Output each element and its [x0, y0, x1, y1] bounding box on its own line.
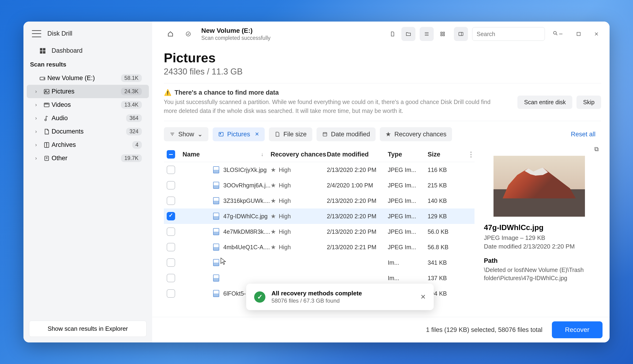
cell-type: JPEG Im...	[388, 213, 428, 220]
show-dropdown[interactable]: Show ⌄	[164, 127, 209, 141]
row-checkbox[interactable]	[167, 274, 175, 282]
filter-pictures-chip[interactable]: Pictures ✕	[213, 128, 265, 141]
filter-bar: Show ⌄ Pictures ✕ File size Date modifie…	[164, 127, 601, 141]
skip-button[interactable]: Skip	[576, 96, 601, 109]
table-row[interactable]: 4mb4UeQ1C-A....★High2/13/2020 2:21 PMJPE…	[164, 240, 475, 255]
panel-toggle-icon[interactable]	[454, 27, 468, 41]
table-row[interactable]: 3LOSICrjyXk.jpg★High2/13/2020 2:20 PMJPE…	[164, 162, 475, 178]
col-size[interactable]: Size	[428, 151, 467, 158]
search-input[interactable]	[472, 27, 545, 41]
cell-name: 47g-IDWhlCc.jpg	[183, 213, 270, 220]
cell-recovery: ★High	[270, 182, 327, 189]
tree-item-label: Other	[52, 154, 121, 162]
col-type[interactable]: Type	[388, 151, 428, 158]
chevron-right-icon: ›	[35, 88, 42, 95]
tree-archives[interactable]: › Archives 4	[27, 138, 149, 152]
home-icon[interactable]	[163, 27, 177, 41]
reset-all-link[interactable]: Reset all	[571, 131, 601, 138]
star-icon: ★	[270, 228, 276, 236]
cell-name	[183, 259, 270, 266]
toast-close-icon[interactable]: ✕	[420, 293, 426, 301]
col-date[interactable]: Date modified	[327, 151, 388, 158]
cell-date: 2/13/2020 2:20 PM	[327, 213, 388, 220]
tree-pictures[interactable]: › Pictures 24.3K	[27, 85, 149, 98]
filter-file-size[interactable]: File size	[269, 128, 312, 141]
row-checkbox[interactable]	[167, 212, 175, 220]
maximize-icon[interactable]	[571, 27, 586, 41]
col-name[interactable]: Name↓	[183, 151, 270, 158]
svg-rect-17	[459, 32, 463, 36]
table-row[interactable]: Im...341 KB	[164, 255, 475, 270]
drive-icon	[38, 75, 47, 82]
tree-documents[interactable]: › Documents 324	[27, 125, 149, 138]
col-recovery[interactable]: Recovery chances	[270, 151, 327, 158]
svg-rect-15	[441, 34, 442, 36]
tree-audio[interactable]: › Audio 364	[27, 112, 149, 125]
nav-dashboard[interactable]: Dashboard	[24, 44, 152, 58]
video-icon	[42, 102, 52, 108]
row-checkbox[interactable]	[167, 258, 175, 267]
check-circle-icon	[181, 27, 195, 41]
tree-item-label: Documents	[52, 128, 126, 135]
hamburger-icon[interactable]	[32, 30, 41, 37]
row-checkbox[interactable]	[167, 243, 175, 251]
table-row[interactable]: 47g-IDWhlCc.jpg★High2/13/2020 2:20 PMJPE…	[164, 208, 475, 224]
preview-panel: ⧉ 47g-IDWhlCc.jpg JPEG Image – 129 KB Da…	[484, 147, 601, 317]
filter-icon	[169, 132, 175, 137]
master-checkbox[interactable]	[167, 150, 175, 158]
file-view-icon[interactable]	[385, 27, 400, 41]
footer: 1 files (129 KB) selected, 58076 files t…	[152, 317, 609, 342]
other-icon	[42, 155, 52, 162]
table-row[interactable]: 3Z316kpGUWk....★High2/13/2020 2:20 PMJPE…	[164, 193, 475, 208]
tree-other[interactable]: › Other 19.7K	[27, 152, 149, 165]
app-title: Disk Drill	[47, 30, 72, 37]
star-icon: ★	[270, 213, 276, 220]
chevron-right-icon: ›	[35, 142, 42, 148]
chevron-right-icon: ›	[35, 155, 42, 162]
cell-name: 4e7MkDM8R3k....	[183, 228, 270, 235]
tree-videos[interactable]: › Videos 13.4K	[27, 98, 149, 112]
cell-type: Im...	[388, 259, 428, 266]
cell-size: 56.8 KB	[428, 244, 467, 251]
cell-size: 56.0 KB	[428, 228, 467, 235]
warning-icon: ⚠️	[164, 89, 171, 96]
list-view-icon[interactable]	[420, 27, 434, 41]
cell-size: 129 KB	[428, 213, 467, 220]
folder-view-icon[interactable]	[401, 27, 415, 41]
filter-recovery-chances[interactable]: ★ Recovery chances	[380, 127, 452, 141]
show-in-explorer-button[interactable]: Show scan results in Explorer	[29, 321, 147, 337]
chevron-right-icon: ›	[35, 115, 42, 121]
scan-entire-disk-button[interactable]: Scan entire disk	[517, 96, 572, 109]
row-checkbox[interactable]	[167, 196, 175, 205]
remove-filter-icon[interactable]: ✕	[255, 131, 259, 137]
grid-view-icon[interactable]	[436, 27, 450, 41]
table-row[interactable]: 4e7MkDM8R3k....★High2/13/2020 2:20 PMJPE…	[164, 224, 475, 240]
cell-date: 2/4/2020 1:00 PM	[327, 182, 388, 189]
tree-item-label: Archives	[52, 141, 132, 148]
row-checkbox[interactable]	[167, 166, 175, 174]
popout-icon[interactable]: ⧉	[594, 147, 599, 153]
tree-volume[interactable]: New Volume (E:) 58.1K	[27, 72, 149, 85]
image-file-icon	[213, 213, 219, 220]
svg-rect-2	[40, 51, 42, 53]
row-checkbox[interactable]	[167, 289, 175, 298]
search-field[interactable]	[477, 31, 551, 38]
preview-date: Date modified 2/13/2020 2:20 PM	[484, 243, 594, 250]
image-file-icon	[213, 259, 219, 266]
cell-type: JPEG Im...	[388, 244, 428, 251]
star-icon: ★	[270, 197, 276, 204]
recover-button[interactable]: Recover	[552, 321, 602, 338]
svg-rect-0	[40, 48, 42, 50]
row-checkbox[interactable]	[167, 181, 175, 190]
row-checkbox[interactable]	[167, 228, 175, 236]
toast-subtitle: 58076 files / 67.3 GB found	[271, 298, 414, 304]
image-file-icon	[213, 197, 219, 204]
cell-name: 3LOSICrjyXk.jpg	[183, 166, 270, 173]
minimize-icon[interactable]	[554, 27, 568, 41]
table-row[interactable]: 3OOvRhgmj6A.j...★High2/4/2020 1:00 PMJPE…	[164, 178, 475, 193]
column-menu-icon[interactable]: ⋮	[467, 153, 475, 156]
close-icon[interactable]	[589, 27, 603, 41]
star-icon: ★	[385, 130, 391, 138]
cell-name: 4mb4UeQ1C-A....	[183, 244, 270, 251]
filter-date-modified[interactable]: Date modified	[316, 128, 376, 141]
